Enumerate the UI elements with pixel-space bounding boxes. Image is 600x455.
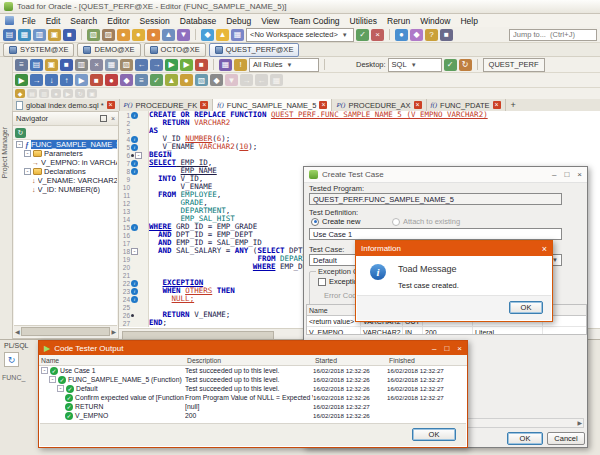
editor-tab-procedure_fk[interactable]: P()PROCEDURE_FK× xyxy=(120,99,214,111)
desktop-selector[interactable]: SQL▼ xyxy=(388,58,442,72)
editor-tab-func_sample_name_5[interactable]: f()FUNC_SAMPLE_NAME_5× xyxy=(213,99,332,111)
close-tab-icon[interactable]: × xyxy=(319,101,327,109)
ok-button[interactable]: OK xyxy=(509,301,543,314)
scroll-right-icon[interactable]: ▶ xyxy=(111,328,116,335)
current-schema-box[interactable]: QUEST_PERF xyxy=(483,58,545,72)
call-stack-icon[interactable]: ≡ xyxy=(135,74,148,86)
comment-block-icon[interactable]: ▦ xyxy=(270,74,283,86)
desktop-revert-icon[interactable]: ↻ xyxy=(459,59,472,71)
menu-database[interactable]: Database xyxy=(175,16,221,26)
session-tab-demo-xe[interactable]: DEMO@XE xyxy=(77,43,140,57)
execute-report-icon[interactable]: ▲ xyxy=(162,29,175,41)
expander-icon[interactable]: - xyxy=(41,367,48,374)
help-icon[interactable]: ? xyxy=(425,29,438,41)
web-browser-icon[interactable]: ● xyxy=(395,29,408,41)
templates-icon[interactable]: ▥ xyxy=(39,89,49,98)
commit-session-icon[interactable]: ● xyxy=(132,29,145,41)
test-result-row[interactable]: ✓V_EMPNO20016/02/2018 12:32:26 xyxy=(39,411,467,420)
expander-icon[interactable]: - xyxy=(24,168,31,175)
alerts-icon[interactable]: ▲ xyxy=(216,29,229,41)
run-to-cursor-icon[interactable]: ▶ xyxy=(75,74,88,86)
test-result-row[interactable]: ✓Confirm expected value of [Function ret… xyxy=(39,393,467,402)
menu-file[interactable]: File xyxy=(17,16,41,26)
cut-icon[interactable]: × xyxy=(90,59,103,71)
workspace-selector[interactable]: <No Workspace selected>▼ xyxy=(246,28,354,42)
schema-browser-icon[interactable]: ▦ xyxy=(18,29,31,41)
navigator-item[interactable]: -Parameters xyxy=(14,149,117,158)
close-icon[interactable]: × xyxy=(542,244,547,254)
apps-icon[interactable]: ◆ xyxy=(201,29,214,41)
close-tab-icon[interactable]: × xyxy=(493,101,501,109)
navigator-item[interactable]: ↓V_ENAME: VARCHAR2(10) xyxy=(14,176,117,185)
minimize-icon[interactable]: – xyxy=(552,170,556,179)
menu-edit[interactable]: Edit xyxy=(41,16,66,26)
step-out-icon[interactable]: ↑ xyxy=(60,74,73,86)
navigator-item[interactable]: ↓V_ID: NUMBER(6) xyxy=(14,185,117,194)
window-list-icon[interactable]: ≡ xyxy=(15,59,28,71)
editor-tab-func_pdate[interactable]: f()FUNC_PDATE× xyxy=(427,99,506,111)
maximize-icon[interactable]: □ xyxy=(564,170,569,179)
close-tab-icon[interactable]: × xyxy=(200,101,208,109)
history-icon[interactable]: ↻ xyxy=(75,89,85,98)
minimize-icon[interactable]: – xyxy=(432,344,436,353)
close-icon[interactable]: × xyxy=(111,115,115,122)
test-result-row[interactable]: -✓FUNC_SAMPLE_NAME_5 (Function)Test succ… xyxy=(39,375,467,384)
parameter-row[interactable]: V_EMPNOVARCHAR2IN200Literal xyxy=(307,327,586,335)
auto-replace-key-icon[interactable]: ◆ xyxy=(15,89,25,98)
new-session-icon[interactable]: ● xyxy=(117,29,130,41)
plsql-results-tab[interactable]: PL/SQL xyxy=(4,342,29,349)
expander-icon[interactable]: - xyxy=(24,150,31,157)
fold-icon[interactable]: - xyxy=(135,152,142,159)
menu-debug[interactable]: Debug xyxy=(221,16,256,26)
refresh-icon[interactable]: ↻ xyxy=(4,352,19,367)
debug-run-icon[interactable]: ▶ xyxy=(15,74,28,86)
copy-icon[interactable]: ▦ xyxy=(105,59,118,71)
execute-script-icon[interactable]: ▶ xyxy=(180,59,193,71)
workspace-delete-icon[interactable]: × xyxy=(371,29,384,41)
messages-icon[interactable]: ! xyxy=(234,59,247,71)
save-icon[interactable]: ■ xyxy=(63,29,76,41)
menu-search[interactable]: Search xyxy=(65,16,102,26)
open-editor-icon[interactable]: ▤ xyxy=(3,29,16,41)
close-icon[interactable]: × xyxy=(457,344,462,353)
navigator-item[interactable]: -ƒFUNC_SAMPLE_NAME_5: VARCHAR2 xyxy=(14,140,117,149)
snippets-icon[interactable]: ▤ xyxy=(27,89,37,98)
compile-dependents-icon[interactable]: ▲ xyxy=(165,74,178,86)
macro-record-icon[interactable]: ● xyxy=(51,89,61,98)
scroll-right-icon[interactable]: ▶ xyxy=(577,419,582,428)
session-tab-system-xe[interactable]: SYSTEM@XE xyxy=(3,43,74,57)
close-tab-icon[interactable]: × xyxy=(107,101,115,109)
editor-tab-procedure_ax[interactable]: P()PROCEDURE_AX× xyxy=(332,99,426,111)
undo-icon[interactable]: ← xyxy=(135,59,148,71)
code-analysis-icon[interactable]: ▦ xyxy=(219,59,232,71)
project-manager-vertical-tab[interactable]: Project Manager xyxy=(1,127,8,178)
step-into-icon[interactable]: ↓ xyxy=(45,74,58,86)
expander-icon[interactable]: - xyxy=(49,376,56,383)
macro-play-icon[interactable]: ▶ xyxy=(63,89,73,98)
scroll-left-icon[interactable]: ◀ xyxy=(15,328,20,335)
menu-team-coding[interactable]: Team Coding xyxy=(285,16,345,26)
redo-icon[interactable]: → xyxy=(150,59,163,71)
outdent-icon[interactable]: ← xyxy=(255,74,268,86)
feedback-icon[interactable]: ◆ xyxy=(410,29,423,41)
more-apps-icon[interactable]: ■ xyxy=(440,29,453,41)
find-icon[interactable]: ◆ xyxy=(210,74,223,86)
menu-rerun[interactable]: Rerun xyxy=(382,16,415,26)
fold-icon[interactable]: - xyxy=(131,248,138,255)
cancel-button[interactable]: Cancel xyxy=(547,432,585,445)
print-icon[interactable]: ▥ xyxy=(75,59,88,71)
save-file-icon[interactable]: ■ xyxy=(60,59,73,71)
test-result-row[interactable]: ✓RETURN[null]16/02/2018 12:32:27 xyxy=(39,402,467,411)
menu-utilities[interactable]: Utilities xyxy=(345,16,382,26)
paste-icon[interactable]: ▧ xyxy=(120,59,133,71)
expander-icon[interactable]: - xyxy=(16,141,23,148)
create-new-radio[interactable]: Create new xyxy=(311,217,360,226)
jump-to-input[interactable] xyxy=(509,29,597,41)
code-review-icon[interactable]: ▨ xyxy=(102,29,115,41)
pin-icon[interactable] xyxy=(100,115,107,122)
end-session-icon[interactable]: ● xyxy=(147,29,160,41)
menu-help[interactable]: Help xyxy=(455,16,482,26)
halt-execution-icon[interactable]: ■ xyxy=(195,59,208,71)
test-result-row[interactable]: -✓Use Case 1Test succeeded up to this le… xyxy=(39,366,467,375)
describe-objects-icon[interactable]: ▼ xyxy=(177,29,190,41)
